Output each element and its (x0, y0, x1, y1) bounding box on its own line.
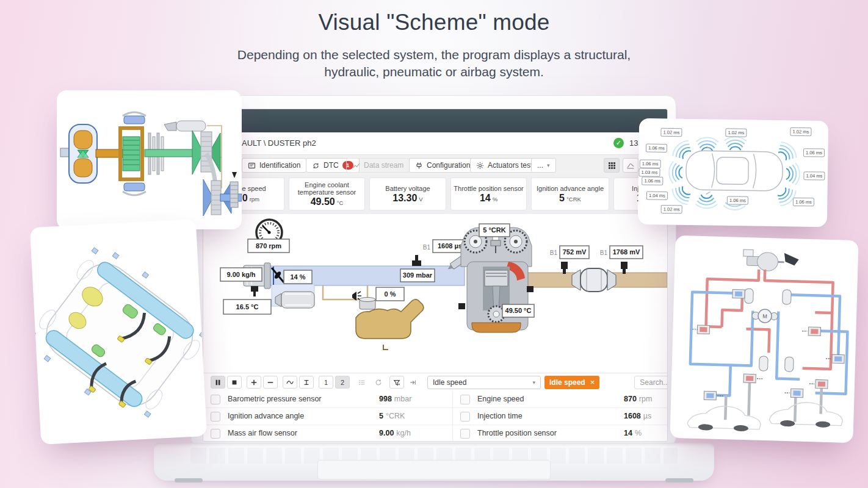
param-name: Throttle position sensor (477, 429, 557, 437)
table-row[interactable]: Ignition advance angle 5°CRK (203, 408, 452, 425)
wave-icon (286, 379, 294, 386)
trackpad (317, 460, 551, 479)
svg-text:1.06 ms: 1.06 ms (644, 178, 660, 184)
secondary-pulley (203, 172, 242, 216)
table-row[interactable]: Injection time 1608µs (453, 408, 668, 425)
check-circle-icon: ✓ (613, 138, 624, 148)
row-checkbox[interactable] (460, 429, 470, 439)
laptop-foot (175, 478, 203, 483)
chart-view-button[interactable] (623, 158, 638, 173)
skip-to-end-icon (410, 379, 417, 386)
pause-button[interactable] (211, 376, 225, 389)
param-name: Ignition advance angle (228, 412, 304, 420)
svg-text:0 %: 0 % (385, 290, 396, 298)
laptop-keyboard-deck (154, 443, 714, 481)
idle-speed-chip[interactable]: Idle speed × (544, 376, 599, 389)
param-value: 5°CRK (379, 412, 405, 420)
param-name: Engine speed (477, 395, 524, 403)
scheme-label-maf: 9.00 kg/h (220, 268, 262, 281)
minus-icon (267, 379, 274, 386)
svg-text:1.02 ms: 1.02 ms (664, 206, 680, 212)
tab-identification[interactable]: Identification (242, 158, 306, 173)
planetary-gearset (120, 128, 142, 179)
tab-data-stream[interactable]: Data stream (346, 158, 410, 173)
plus-icon (250, 379, 258, 386)
range-icon (303, 379, 310, 386)
scheme-label-o2-upstream: 752 mV (560, 246, 589, 259)
svg-text:9.00 kg/h: 9.00 kg/h (226, 271, 255, 278)
row-checkbox[interactable] (211, 412, 220, 422)
purge-canister (275, 292, 314, 308)
table-row[interactable]: Barometric pressure sensor 998mbar (203, 391, 452, 408)
airbag-scheme-card (30, 219, 207, 445)
airbag-car (30, 239, 207, 432)
skip-to-end-button[interactable] (406, 376, 421, 389)
param-name: Mass air flow sensor (228, 429, 297, 437)
param-name: Barometric pressure sensor (228, 395, 322, 403)
scheme-label-ignition: 5 °CRK (479, 224, 510, 237)
range-button[interactable] (299, 376, 314, 389)
row-checkbox[interactable] (460, 412, 470, 422)
sensor-value: 49.50°C (311, 196, 344, 207)
refresh-button[interactable] (371, 376, 386, 389)
primary-pulley (192, 131, 220, 174)
list-button[interactable] (355, 376, 369, 389)
identification-icon (248, 162, 256, 170)
table-row[interactable]: Engine speed 870rpm (453, 391, 668, 408)
tab-configuration[interactable]: Configuration (409, 158, 476, 173)
zoom-in-button[interactable] (247, 376, 261, 389)
transmission-scheme-svg (57, 90, 242, 229)
o2-downstream-bank: B1 (600, 249, 608, 256)
app-screen: AULT \ DUSTER ph2 ✓ 13. Identification D… (203, 109, 668, 442)
car-top-view (686, 146, 783, 195)
chip-close-icon[interactable]: × (590, 378, 595, 387)
page-2-button[interactable]: 2 (335, 376, 350, 389)
stop-button[interactable] (227, 376, 242, 389)
filter-button[interactable] (389, 376, 404, 389)
promo-canvas: Visual "Scheme" mode Depending on the se… (0, 0, 868, 488)
svg-text:1.03 ms: 1.03 ms (642, 170, 658, 175)
zoom-out-button[interactable] (263, 376, 278, 389)
tab-actuators-test[interactable]: Actuators test (470, 158, 538, 173)
row-checkbox[interactable] (211, 395, 220, 404)
sensor-value: 13.30V (392, 193, 422, 204)
svg-text:1.06 ms: 1.06 ms (806, 150, 822, 156)
table-row[interactable]: Throttle position sensor 14% (453, 425, 668, 442)
svg-text:14 %: 14 % (290, 273, 305, 281)
sensor-card-coolant-temp: Engine coolant temperature sensor 49.50°… (289, 178, 365, 210)
connection-status: ✓ 13. (613, 138, 640, 148)
sensor-label: Throttle position sensor (451, 185, 526, 192)
smooth-button[interactable] (283, 376, 297, 389)
scheme-label-fuel-level: 0 % (376, 287, 404, 301)
tab-label: Data stream (364, 161, 403, 170)
svg-text:1.02 ms: 1.02 ms (664, 129, 680, 135)
sensor-label: Ignition advance angle (534, 185, 606, 192)
row-checkbox[interactable] (211, 429, 220, 439)
wheel-links (725, 378, 822, 422)
svg-text:1.06 ms: 1.06 ms (642, 161, 659, 167)
grid-view-button[interactable] (604, 158, 620, 173)
param-value: 1608µs (624, 412, 651, 420)
tab-bar: Identification DTC 1 Data stream Configu… (203, 154, 667, 176)
svg-text:M: M (762, 313, 767, 319)
scheme-label-intake-temp: 16.5 °C (223, 300, 271, 314)
chart-view-icon (626, 162, 635, 170)
svg-text:1.06 ms: 1.06 ms (729, 198, 746, 203)
svg-text:870 rpm: 870 rpm (256, 242, 281, 249)
chip-label: Idle speed (549, 378, 585, 387)
engine-scheme-svg: 870 rpm 9.00 kg/h (203, 214, 667, 373)
row-checkbox[interactable] (460, 395, 470, 404)
page-1-button[interactable]: 1 (319, 376, 333, 389)
svg-text:1.02 ms: 1.02 ms (793, 129, 809, 134)
sensor-value: 14% (480, 193, 497, 204)
tab-more[interactable]: ... ▾ (531, 158, 556, 173)
svg-text:1.06 ms: 1.06 ms (648, 145, 665, 151)
scheme-label-coolant: 49.50 °C (502, 304, 534, 317)
svg-text:309 mbar: 309 mbar (403, 271, 433, 279)
parameter-set-dropdown[interactable]: Idle speed ▾ (427, 376, 541, 389)
search-input[interactable] (634, 376, 668, 389)
torque-converter (60, 124, 97, 183)
configuration-icon (415, 162, 423, 170)
table-row[interactable]: Mass air flow sensor 9.00kg/h (203, 425, 452, 442)
data-stream-icon (352, 162, 360, 170)
